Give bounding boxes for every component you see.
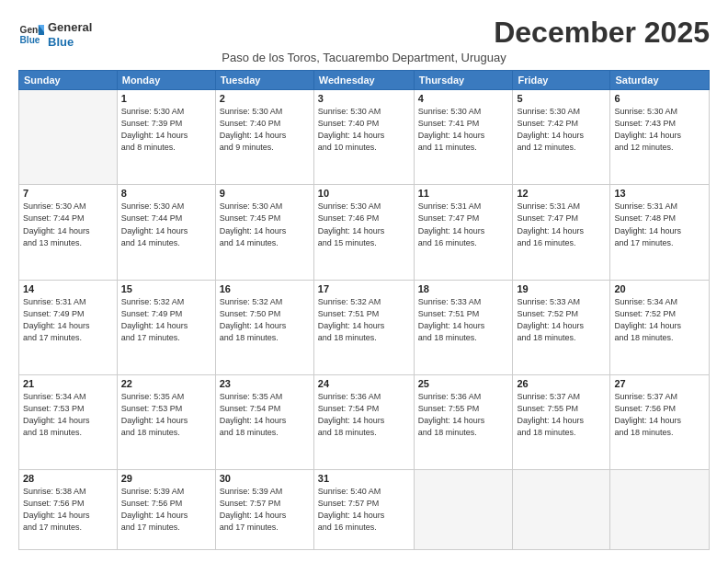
day-detail: Sunrise: 5:35 AM Sunset: 7:54 PM Dayligh… [220,391,310,439]
calendar-cell: 21Sunrise: 5:34 AM Sunset: 7:53 PM Dayli… [19,374,118,469]
calendar-cell: 15Sunrise: 5:32 AM Sunset: 7:49 PM Dayli… [117,280,215,374]
day-detail: Sunrise: 5:31 AM Sunset: 7:49 PM Dayligh… [23,296,113,344]
calendar-cell: 27Sunrise: 5:37 AM Sunset: 7:56 PM Dayli… [610,374,710,469]
calendar-cell: 7Sunrise: 5:30 AM Sunset: 7:44 PM Daylig… [19,185,118,280]
col-sunday: Sunday [19,71,118,90]
calendar-cell: 20Sunrise: 5:34 AM Sunset: 7:52 PM Dayli… [610,280,710,374]
col-saturday: Saturday [610,71,710,90]
day-detail: Sunrise: 5:30 AM Sunset: 7:41 PM Dayligh… [418,106,509,154]
day-detail: Sunrise: 5:35 AM Sunset: 7:53 PM Dayligh… [121,391,211,439]
calendar-cell: 24Sunrise: 5:36 AM Sunset: 7:54 PM Dayli… [313,374,414,469]
col-thursday: Thursday [414,71,513,90]
calendar-cell: 31Sunrise: 5:40 AM Sunset: 7:57 PM Dayli… [313,470,414,550]
day-number: 12 [517,188,606,199]
calendar-cell [414,470,513,550]
day-detail: Sunrise: 5:31 AM Sunset: 7:47 PM Dayligh… [418,201,509,248]
day-number: 27 [614,378,705,389]
day-detail: Sunrise: 5:30 AM Sunset: 7:40 PM Dayligh… [220,106,310,154]
day-detail: Sunrise: 5:40 AM Sunset: 7:57 PM Dayligh… [318,486,410,534]
day-number: 18 [418,283,509,294]
day-number: 9 [220,188,310,199]
day-detail: Sunrise: 5:32 AM Sunset: 7:49 PM Dayligh… [121,296,211,344]
day-number: 11 [418,188,509,199]
day-detail: Sunrise: 5:37 AM Sunset: 7:56 PM Dayligh… [614,391,705,439]
calendar-cell: 13Sunrise: 5:31 AM Sunset: 7:48 PM Dayli… [610,185,710,280]
calendar-cell [513,470,610,550]
day-number: 20 [614,283,705,294]
day-number: 19 [517,283,606,294]
calendar-cell: 16Sunrise: 5:32 AM Sunset: 7:50 PM Dayli… [215,280,313,374]
day-detail: Sunrise: 5:33 AM Sunset: 7:52 PM Dayligh… [517,296,606,344]
calendar-cell: 4Sunrise: 5:30 AM Sunset: 7:41 PM Daylig… [414,90,513,185]
svg-text:Blue: Blue [20,35,40,45]
day-detail: Sunrise: 5:34 AM Sunset: 7:53 PM Dayligh… [23,391,113,439]
logo-line2: Blue [48,35,92,50]
calendar-cell: 6Sunrise: 5:30 AM Sunset: 7:43 PM Daylig… [610,90,710,185]
logo-line1: General [48,20,92,35]
calendar-cell: 9Sunrise: 5:30 AM Sunset: 7:45 PM Daylig… [215,185,313,280]
calendar-cell: 3Sunrise: 5:30 AM Sunset: 7:40 PM Daylig… [313,90,414,185]
calendar: Sunday Monday Tuesday Wednesday Thursday… [18,70,710,550]
day-number: 8 [121,188,211,199]
day-number: 29 [121,473,211,484]
calendar-cell: 11Sunrise: 5:31 AM Sunset: 7:47 PM Dayli… [414,185,513,280]
day-number: 10 [318,188,410,199]
day-number: 30 [220,473,310,484]
calendar-cell: 8Sunrise: 5:30 AM Sunset: 7:44 PM Daylig… [117,185,215,280]
day-number: 14 [23,283,113,294]
day-detail: Sunrise: 5:33 AM Sunset: 7:51 PM Dayligh… [418,296,509,344]
day-number: 16 [220,283,310,294]
day-number: 13 [614,188,705,199]
calendar-cell: 29Sunrise: 5:39 AM Sunset: 7:56 PM Dayli… [117,470,215,550]
col-friday: Friday [513,71,610,90]
page: General Blue General Blue December 2025 … [0,0,728,563]
day-detail: Sunrise: 5:30 AM Sunset: 7:42 PM Dayligh… [517,106,606,154]
day-detail: Sunrise: 5:36 AM Sunset: 7:54 PM Dayligh… [318,391,410,439]
day-number: 5 [517,93,606,104]
day-detail: Sunrise: 5:36 AM Sunset: 7:55 PM Dayligh… [418,391,509,439]
calendar-header-row: Sunday Monday Tuesday Wednesday Thursday… [19,71,710,90]
day-number: 7 [23,188,113,199]
calendar-cell: 14Sunrise: 5:31 AM Sunset: 7:49 PM Dayli… [19,280,118,374]
day-number: 3 [318,93,410,104]
day-number: 4 [418,93,509,104]
col-monday: Monday [117,71,215,90]
day-number: 15 [121,283,211,294]
subtitle: Paso de los Toros, Tacuarembo Department… [18,51,710,64]
title-block: December 2025 [494,17,710,49]
logo: General Blue General Blue [18,20,92,49]
day-detail: Sunrise: 5:32 AM Sunset: 7:51 PM Dayligh… [318,296,410,344]
calendar-cell: 23Sunrise: 5:35 AM Sunset: 7:54 PM Dayli… [215,374,313,469]
header-row: General Blue General Blue December 2025 [18,17,710,49]
calendar-cell: 19Sunrise: 5:33 AM Sunset: 7:52 PM Dayli… [513,280,610,374]
day-number: 31 [318,473,410,484]
day-number: 26 [517,378,606,389]
day-number: 28 [23,473,113,484]
col-tuesday: Tuesday [215,71,313,90]
calendar-cell: 2Sunrise: 5:30 AM Sunset: 7:40 PM Daylig… [215,90,313,185]
day-number: 22 [121,378,211,389]
month-title: December 2025 [494,17,710,49]
day-detail: Sunrise: 5:39 AM Sunset: 7:57 PM Dayligh… [220,486,310,534]
day-number: 6 [614,93,705,104]
day-detail: Sunrise: 5:30 AM Sunset: 7:39 PM Dayligh… [121,106,211,154]
day-detail: Sunrise: 5:32 AM Sunset: 7:50 PM Dayligh… [220,296,310,344]
day-detail: Sunrise: 5:30 AM Sunset: 7:44 PM Dayligh… [23,201,113,248]
day-number: 23 [220,378,310,389]
day-detail: Sunrise: 5:30 AM Sunset: 7:44 PM Dayligh… [121,201,211,248]
calendar-cell: 10Sunrise: 5:30 AM Sunset: 7:46 PM Dayli… [313,185,414,280]
day-detail: Sunrise: 5:31 AM Sunset: 7:47 PM Dayligh… [517,201,606,248]
day-detail: Sunrise: 5:30 AM Sunset: 7:45 PM Dayligh… [220,201,310,248]
day-detail: Sunrise: 5:37 AM Sunset: 7:55 PM Dayligh… [517,391,606,439]
day-detail: Sunrise: 5:38 AM Sunset: 7:56 PM Dayligh… [23,486,113,534]
day-number: 25 [418,378,509,389]
calendar-cell [19,90,118,185]
day-detail: Sunrise: 5:39 AM Sunset: 7:56 PM Dayligh… [121,486,211,534]
day-detail: Sunrise: 5:31 AM Sunset: 7:48 PM Dayligh… [614,201,705,248]
day-detail: Sunrise: 5:30 AM Sunset: 7:43 PM Dayligh… [614,106,705,154]
day-number: 24 [318,378,410,389]
day-detail: Sunrise: 5:30 AM Sunset: 7:46 PM Dayligh… [318,201,410,248]
calendar-cell: 22Sunrise: 5:35 AM Sunset: 7:53 PM Dayli… [117,374,215,469]
calendar-cell: 5Sunrise: 5:30 AM Sunset: 7:42 PM Daylig… [513,90,610,185]
day-detail: Sunrise: 5:30 AM Sunset: 7:40 PM Dayligh… [318,106,410,154]
